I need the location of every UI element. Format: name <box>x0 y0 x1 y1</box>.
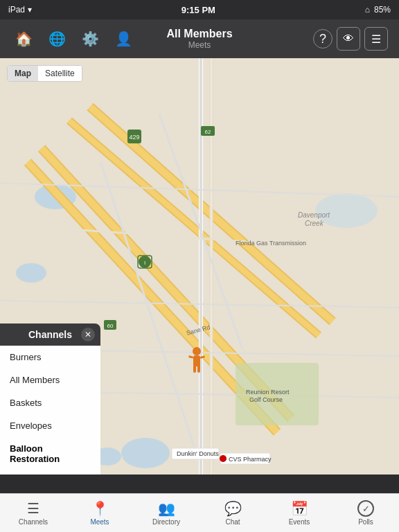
chat-tab-label: Chat <box>225 518 240 526</box>
events-tab-icon: 📅 <box>291 500 308 517</box>
channels-tab-icon: ☰ <box>27 500 39 517</box>
svg-point-5 <box>315 193 378 228</box>
tab-chat[interactable]: 💬 Chat <box>200 500 266 526</box>
channel-item-baskets[interactable]: Baskets <box>0 391 100 414</box>
svg-text:CVS Pharmacy: CVS Pharmacy <box>229 456 272 463</box>
profile-icon[interactable]: 👤 <box>111 26 136 51</box>
svg-rect-50 <box>188 355 194 359</box>
map-container[interactable]: Reunion Resort Golf Course Florida Gas T… <box>0 58 399 475</box>
tab-channels[interactable]: ☰ Channels <box>0 500 66 526</box>
meets-tab-label: Meets <box>90 518 109 526</box>
eye-button[interactable]: 👁 <box>337 27 360 51</box>
channel-item-burners[interactable]: Burners <box>0 346 100 369</box>
wifi-icon: ▾ <box>28 5 32 15</box>
battery-label: 85% <box>374 5 391 15</box>
satellite-view-button[interactable]: Satellite <box>38 66 82 81</box>
tab-polls[interactable]: ✓ Polls <box>332 500 399 526</box>
channel-item-envelopes[interactable]: Envelopes <box>0 414 100 437</box>
tab-events[interactable]: 📅 Events <box>266 500 332 526</box>
bluetooth-icon: ⌂ <box>365 5 370 15</box>
channels-tab-label: Channels <box>19 518 48 526</box>
map-toggle[interactable]: Map Satellite <box>7 65 82 82</box>
settings-icon[interactable]: ⚙️ <box>78 26 103 51</box>
polls-tab-label: Polls <box>358 518 373 526</box>
menu-button[interactable]: ☰ <box>364 27 388 51</box>
channel-item-balloon-restoration[interactable]: Balloon Restoration <box>0 437 100 470</box>
svg-rect-49 <box>197 364 200 373</box>
directory-tab-icon: 👥 <box>158 500 175 517</box>
nav-main-title: All Members <box>166 28 232 40</box>
time-display: 9:15 PM <box>181 5 215 15</box>
svg-text:Dunkin' Donuts: Dunkin' Donuts <box>177 450 219 457</box>
svg-point-44 <box>220 455 227 462</box>
polls-tab-icon: ✓ <box>357 500 374 517</box>
status-bar: iPad ▾ 9:15 PM ⌂ 85% <box>0 0 399 19</box>
svg-text:Florida Gas Transmission: Florida Gas Transmission <box>236 240 306 247</box>
nav-sub-title: Meets <box>166 40 232 50</box>
svg-rect-48 <box>193 364 196 373</box>
svg-text:62: 62 <box>205 129 211 135</box>
channels-close-button[interactable]: ✕ <box>81 328 95 342</box>
svg-text:Creek: Creek <box>305 220 324 227</box>
svg-text:I: I <box>144 260 145 266</box>
chat-tab-icon: 💬 <box>224 500 242 517</box>
svg-rect-51 <box>200 355 206 359</box>
svg-point-46 <box>193 347 201 355</box>
channels-panel: Channels ✕ Burners All Members Baskets E… <box>0 323 100 475</box>
svg-text:429: 429 <box>129 134 139 141</box>
svg-text:60: 60 <box>107 323 114 329</box>
meets-tab-icon: 📍 <box>91 500 109 517</box>
svg-point-3 <box>121 438 170 468</box>
svg-text:Golf Course: Golf Course <box>249 396 283 403</box>
channels-title: Channels <box>28 329 72 340</box>
tab-directory[interactable]: 👥 Directory <box>133 500 200 526</box>
map-view-button[interactable]: Map <box>8 66 38 81</box>
home-icon[interactable]: 🏠 <box>11 26 36 51</box>
globe-icon[interactable]: 🌐 <box>44 26 69 51</box>
svg-point-2 <box>16 263 46 283</box>
carrier-label: iPad <box>8 5 25 15</box>
channels-header: Channels ✕ <box>0 323 100 346</box>
svg-text:Davenport: Davenport <box>298 211 330 219</box>
top-nav-bar: 🏠 🌐 ⚙️ 👤 All Members Meets ? 👁 ☰ <box>0 19 399 58</box>
bottom-tab-bar: ☰ Channels 📍 Meets 👥 Directory 💬 Chat 📅 … <box>0 493 399 532</box>
help-icon[interactable]: ? <box>313 29 332 48</box>
tab-meets[interactable]: 📍 Meets <box>66 500 133 526</box>
nav-title-block: All Members Meets <box>166 28 232 50</box>
directory-tab-label: Directory <box>152 518 180 526</box>
svg-text:Reunion Resort: Reunion Resort <box>246 389 290 396</box>
events-tab-label: Events <box>289 518 310 526</box>
channel-item-all-members[interactable]: All Members <box>0 369 100 391</box>
person-pin <box>186 346 208 380</box>
